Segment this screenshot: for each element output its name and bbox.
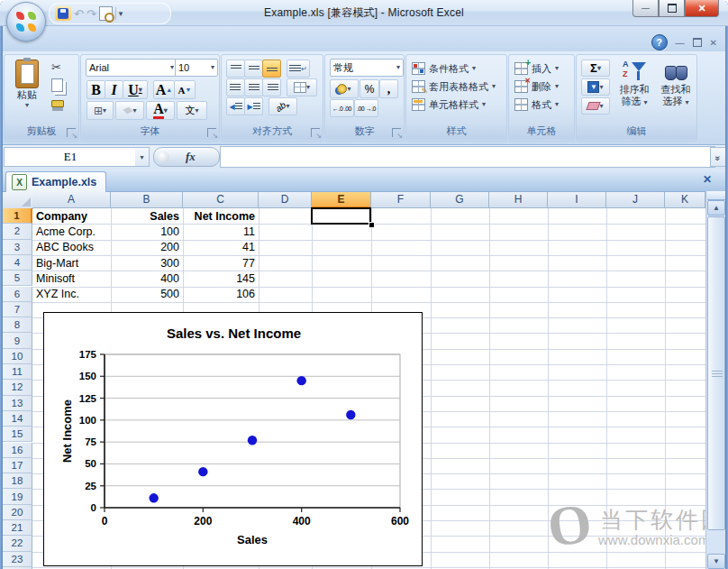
- row-header-11[interactable]: 11: [3, 364, 32, 380]
- row-header-10[interactable]: 10: [3, 349, 32, 364]
- clear-button[interactable]: ▾: [581, 97, 610, 115]
- cut-icon[interactable]: ✂: [51, 60, 61, 74]
- autosum-button[interactable]: Σ▾: [581, 60, 610, 77]
- office-button[interactable]: [6, 2, 46, 41]
- row-header-6[interactable]: 6: [3, 287, 32, 302]
- cell-C2[interactable]: 11: [183, 224, 259, 239]
- merge-center-button[interactable]: ▾: [287, 78, 317, 96]
- comma-style-button[interactable]: ,: [379, 79, 398, 98]
- clipboard-dialog-launcher-icon[interactable]: [67, 128, 76, 137]
- workbook-restore-icon[interactable]: [693, 38, 702, 47]
- fill-handle[interactable]: [369, 222, 375, 228]
- column-header-J[interactable]: J: [606, 191, 665, 208]
- copy-icon[interactable]: [51, 78, 63, 92]
- scroll-up-button[interactable]: ▲: [707, 200, 725, 216]
- cells-item-1[interactable]: 删除▾: [511, 78, 572, 96]
- bold-button[interactable]: B: [86, 80, 105, 99]
- cell-B2[interactable]: 100: [111, 224, 183, 239]
- minimize-button[interactable]: —: [632, 0, 659, 17]
- font-name-combo[interactable]: Arial ▾: [86, 59, 177, 77]
- column-header-I[interactable]: I: [548, 191, 606, 208]
- fill-button[interactable]: ▼▾: [581, 78, 610, 96]
- row-header-15[interactable]: 15: [3, 427, 32, 442]
- underline-button[interactable]: U▾: [123, 80, 148, 99]
- wrap-text-button[interactable]: ↵: [287, 60, 310, 78]
- align-right-button[interactable]: [262, 78, 281, 96]
- row-header-13[interactable]: 13: [3, 396, 32, 411]
- row-header-8[interactable]: 8: [3, 317, 32, 333]
- column-header-B[interactable]: B: [111, 191, 183, 208]
- fill-color-button[interactable]: ▾: [115, 101, 144, 120]
- cell-C5[interactable]: 145: [183, 271, 259, 286]
- borders-button[interactable]: ⊞▾: [86, 101, 114, 120]
- row-header-18[interactable]: 18: [3, 473, 32, 489]
- scrollbar-split-handle[interactable]: [707, 191, 725, 200]
- align-middle-button[interactable]: [244, 60, 263, 78]
- data-point[interactable]: [346, 410, 355, 419]
- name-box-dropdown-icon[interactable]: ▾: [135, 147, 150, 167]
- row-header-7[interactable]: 7: [3, 302, 32, 317]
- decrease-indent-button[interactable]: ◀: [226, 97, 245, 115]
- data-point[interactable]: [149, 493, 158, 502]
- selected-cell-outline[interactable]: [311, 207, 371, 225]
- formula-input[interactable]: [220, 146, 715, 168]
- workbook-close-icon[interactable]: ✕: [710, 38, 717, 48]
- select-all-corner[interactable]: [3, 191, 33, 209]
- cell-B6[interactable]: 500: [111, 287, 183, 302]
- cell-C3[interactable]: 41: [183, 240, 259, 255]
- shrink-font-button[interactable]: A▼: [174, 80, 196, 99]
- font-color-button[interactable]: A▾: [146, 101, 175, 120]
- scrollbar-thumb[interactable]: [707, 216, 725, 530]
- row-header-14[interactable]: 14: [3, 411, 32, 427]
- decrease-decimal-button[interactable]: .00 →.0: [354, 99, 378, 117]
- cell-A2[interactable]: Acme Corp.: [32, 224, 111, 239]
- format-painter-icon[interactable]: [51, 100, 64, 107]
- column-header-D[interactable]: D: [259, 191, 312, 208]
- align-left-button[interactable]: [226, 78, 245, 96]
- cell-B3[interactable]: 200: [111, 240, 183, 255]
- orientation-button[interactable]: ab▾: [268, 97, 297, 115]
- scroll-down-button[interactable]: ▼: [707, 554, 725, 569]
- document-tab[interactable]: X Example.xls: [5, 171, 106, 192]
- cells-item-2[interactable]: 格式▾: [511, 96, 572, 114]
- help-icon[interactable]: ?: [651, 34, 668, 50]
- name-box[interactable]: E1: [4, 147, 137, 167]
- number-dialog-launcher-icon[interactable]: [392, 128, 401, 137]
- insert-function-button[interactable]: fx: [153, 147, 220, 167]
- print-preview-icon[interactable]: [99, 6, 113, 21]
- align-bottom-button[interactable]: [262, 60, 281, 78]
- increase-decimal-button[interactable]: ←.0 .00: [330, 99, 354, 117]
- font-size-combo[interactable]: 10 ▾: [175, 59, 218, 77]
- customize-qat-dropdown-icon[interactable]: ▾: [119, 9, 123, 18]
- grow-font-button[interactable]: A▲: [153, 80, 175, 99]
- cell-C4[interactable]: 77: [183, 255, 259, 271]
- percent-style-button[interactable]: %: [359, 79, 379, 98]
- row-header-23[interactable]: 23: [3, 552, 32, 567]
- row-header-17[interactable]: 17: [3, 458, 32, 473]
- column-header-G[interactable]: G: [431, 191, 489, 208]
- row-header-2[interactable]: 2: [3, 224, 32, 239]
- cell-A3[interactable]: ABC Books: [32, 240, 111, 255]
- cell-C1[interactable]: Net Income: [183, 208, 259, 224]
- column-header-E[interactable]: E: [312, 191, 371, 208]
- row-header-4[interactable]: 4: [3, 255, 32, 271]
- row-header-3[interactable]: 3: [3, 240, 32, 255]
- cell-A1[interactable]: Company: [32, 208, 111, 224]
- cell-C6[interactable]: 106: [183, 287, 259, 302]
- scatter-chart[interactable]: 02550751001251501750200400600Sales vs. N…: [43, 312, 423, 566]
- cell-A4[interactable]: Big-Mart: [32, 255, 111, 271]
- close-button[interactable]: ✕: [685, 0, 719, 17]
- number-format-combo[interactable]: 常规 ▾: [330, 59, 404, 77]
- cell-A6[interactable]: XYZ Inc.: [32, 287, 111, 302]
- save-icon[interactable]: [55, 6, 71, 21]
- data-point[interactable]: [198, 467, 207, 476]
- italic-button[interactable]: I: [105, 80, 123, 99]
- styles-item-1[interactable]: 套用表格格式▾: [408, 78, 505, 96]
- row-header-9[interactable]: 9: [3, 333, 32, 348]
- cell-B5[interactable]: 400: [111, 271, 183, 286]
- cell-A5[interactable]: Minisoft: [32, 271, 111, 286]
- find-select-button[interactable]: 查找和 选择 ▾: [656, 60, 696, 107]
- undo-icon[interactable]: ↶: [74, 8, 84, 20]
- row-header-5[interactable]: 5: [3, 271, 32, 286]
- expand-formula-bar-icon[interactable]: »: [710, 147, 726, 167]
